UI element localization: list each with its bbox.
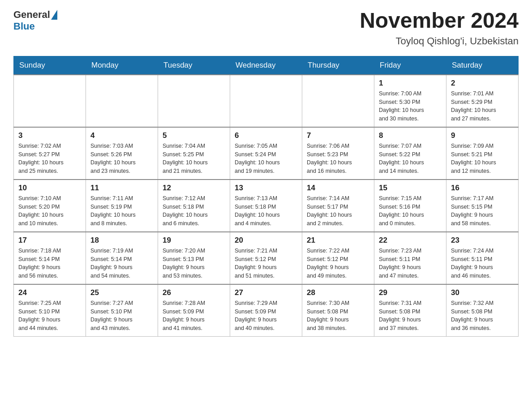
- day-sun-info: Sunrise: 7:29 AM Sunset: 5:09 PM Dayligh…: [235, 299, 297, 333]
- calendar-week-row: 17Sunrise: 7:18 AM Sunset: 5:14 PM Dayli…: [14, 232, 519, 284]
- calendar-day-cell: [14, 75, 86, 127]
- day-sun-info: Sunrise: 7:31 AM Sunset: 5:08 PM Dayligh…: [379, 299, 442, 333]
- calendar-day-cell: 16Sunrise: 7:17 AM Sunset: 5:15 PM Dayli…: [446, 180, 519, 232]
- day-of-week-header: Thursday: [302, 56, 374, 75]
- day-number: 19: [163, 236, 225, 245]
- day-sun-info: Sunrise: 7:11 AM Sunset: 5:19 PM Dayligh…: [90, 194, 153, 228]
- day-sun-info: Sunrise: 7:27 AM Sunset: 5:10 PM Dayligh…: [90, 299, 153, 333]
- calendar-day-cell: 6Sunrise: 7:05 AM Sunset: 5:24 PM Daylig…: [230, 127, 302, 180]
- day-sun-info: Sunrise: 7:30 AM Sunset: 5:08 PM Dayligh…: [307, 299, 369, 333]
- day-of-week-header: Tuesday: [158, 56, 230, 75]
- calendar-day-cell: 27Sunrise: 7:29 AM Sunset: 5:09 PM Dayli…: [230, 284, 302, 337]
- day-sun-info: Sunrise: 7:32 AM Sunset: 5:08 PM Dayligh…: [451, 299, 514, 333]
- day-number: 17: [18, 236, 81, 245]
- day-number: 7: [307, 131, 369, 140]
- calendar-day-cell: 13Sunrise: 7:13 AM Sunset: 5:18 PM Dayli…: [230, 180, 302, 232]
- calendar-day-cell: 28Sunrise: 7:30 AM Sunset: 5:08 PM Dayli…: [302, 284, 374, 337]
- day-sun-info: Sunrise: 7:19 AM Sunset: 5:14 PM Dayligh…: [90, 247, 153, 280]
- calendar-day-cell: 29Sunrise: 7:31 AM Sunset: 5:08 PM Dayli…: [374, 284, 446, 337]
- calendar-day-cell: 21Sunrise: 7:22 AM Sunset: 5:12 PM Dayli…: [302, 232, 374, 284]
- calendar-day-cell: 23Sunrise: 7:24 AM Sunset: 5:11 PM Dayli…: [446, 232, 519, 284]
- day-number: 29: [379, 288, 442, 297]
- day-number: 11: [90, 184, 153, 193]
- month-year-title: November 2024: [360, 9, 519, 33]
- calendar-day-cell: 22Sunrise: 7:23 AM Sunset: 5:11 PM Dayli…: [374, 232, 446, 284]
- day-sun-info: Sunrise: 7:05 AM Sunset: 5:24 PM Dayligh…: [235, 142, 297, 176]
- day-number: 27: [235, 288, 297, 297]
- day-number: 25: [90, 288, 153, 297]
- calendar-day-cell: 9Sunrise: 7:09 AM Sunset: 5:21 PM Daylig…: [446, 127, 519, 180]
- day-of-week-header: Wednesday: [230, 56, 302, 75]
- calendar-day-cell: 5Sunrise: 7:04 AM Sunset: 5:25 PM Daylig…: [158, 127, 230, 180]
- day-number: 13: [235, 184, 297, 193]
- day-sun-info: Sunrise: 7:09 AM Sunset: 5:21 PM Dayligh…: [451, 142, 514, 176]
- day-of-week-header: Saturday: [446, 56, 519, 75]
- day-number: 26: [163, 288, 225, 297]
- calendar-day-cell: [230, 75, 302, 127]
- day-number: 18: [90, 236, 153, 245]
- day-sun-info: Sunrise: 7:14 AM Sunset: 5:17 PM Dayligh…: [307, 194, 369, 228]
- day-number: 1: [379, 79, 442, 88]
- day-number: 6: [235, 131, 297, 140]
- day-sun-info: Sunrise: 7:01 AM Sunset: 5:29 PM Dayligh…: [451, 90, 514, 123]
- day-number: 4: [90, 131, 153, 140]
- day-sun-info: Sunrise: 7:28 AM Sunset: 5:09 PM Dayligh…: [163, 299, 225, 333]
- day-sun-info: Sunrise: 7:02 AM Sunset: 5:27 PM Dayligh…: [18, 142, 81, 176]
- calendar-day-cell: [86, 75, 158, 127]
- calendar-day-cell: 1Sunrise: 7:00 AM Sunset: 5:30 PM Daylig…: [374, 75, 446, 127]
- day-of-week-header: Friday: [374, 56, 446, 75]
- day-sun-info: Sunrise: 7:20 AM Sunset: 5:13 PM Dayligh…: [163, 247, 225, 280]
- day-sun-info: Sunrise: 7:10 AM Sunset: 5:20 PM Dayligh…: [18, 194, 81, 228]
- page-header: General Blue November 2024 Toyloq Qishlo…: [13, 9, 519, 47]
- calendar-day-cell: 26Sunrise: 7:28 AM Sunset: 5:09 PM Dayli…: [158, 284, 230, 337]
- calendar-day-cell: 2Sunrise: 7:01 AM Sunset: 5:29 PM Daylig…: [446, 75, 519, 127]
- calendar-day-cell: 14Sunrise: 7:14 AM Sunset: 5:17 PM Dayli…: [302, 180, 374, 232]
- day-number: 14: [307, 184, 369, 193]
- day-sun-info: Sunrise: 7:21 AM Sunset: 5:12 PM Dayligh…: [235, 247, 297, 280]
- day-sun-info: Sunrise: 7:18 AM Sunset: 5:14 PM Dayligh…: [18, 247, 81, 280]
- calendar-week-row: 24Sunrise: 7:25 AM Sunset: 5:10 PM Dayli…: [14, 284, 519, 337]
- day-number: 30: [451, 288, 514, 297]
- calendar-day-cell: [158, 75, 230, 127]
- day-sun-info: Sunrise: 7:04 AM Sunset: 5:25 PM Dayligh…: [163, 142, 225, 176]
- calendar-week-row: 10Sunrise: 7:10 AM Sunset: 5:20 PM Dayli…: [14, 180, 519, 232]
- calendar-day-cell: 20Sunrise: 7:21 AM Sunset: 5:12 PM Dayli…: [230, 232, 302, 284]
- logo-general-text: General: [13, 9, 50, 21]
- day-of-week-header: Sunday: [14, 56, 86, 75]
- day-number: 3: [18, 131, 81, 140]
- day-sun-info: Sunrise: 7:23 AM Sunset: 5:11 PM Dayligh…: [379, 247, 442, 280]
- logo-triangle-icon: [51, 10, 57, 20]
- day-number: 22: [379, 236, 442, 245]
- day-sun-info: Sunrise: 7:00 AM Sunset: 5:30 PM Dayligh…: [379, 90, 442, 123]
- calendar-table: SundayMondayTuesdayWednesdayThursdayFrid…: [13, 56, 519, 337]
- day-number: 28: [307, 288, 369, 297]
- day-number: 10: [18, 184, 81, 193]
- calendar-week-row: 1Sunrise: 7:00 AM Sunset: 5:30 PM Daylig…: [14, 75, 519, 127]
- calendar-day-cell: 25Sunrise: 7:27 AM Sunset: 5:10 PM Dayli…: [86, 284, 158, 337]
- day-of-week-header: Monday: [86, 56, 158, 75]
- calendar-day-cell: 12Sunrise: 7:12 AM Sunset: 5:18 PM Dayli…: [158, 180, 230, 232]
- calendar-day-cell: 15Sunrise: 7:15 AM Sunset: 5:16 PM Dayli…: [374, 180, 446, 232]
- calendar-day-cell: 3Sunrise: 7:02 AM Sunset: 5:27 PM Daylig…: [14, 127, 86, 180]
- day-sun-info: Sunrise: 7:22 AM Sunset: 5:12 PM Dayligh…: [307, 247, 369, 280]
- calendar-day-cell: 8Sunrise: 7:07 AM Sunset: 5:22 PM Daylig…: [374, 127, 446, 180]
- day-number: 24: [18, 288, 81, 297]
- location-subtitle: Toyloq Qishlog'i, Uzbekistan: [360, 35, 519, 47]
- day-number: 8: [379, 131, 442, 140]
- calendar-day-cell: 19Sunrise: 7:20 AM Sunset: 5:13 PM Dayli…: [158, 232, 230, 284]
- title-section: November 2024 Toyloq Qishlog'i, Uzbekist…: [360, 9, 519, 47]
- logo: General Blue: [13, 9, 57, 32]
- day-number: 23: [451, 236, 514, 245]
- calendar-day-cell: 24Sunrise: 7:25 AM Sunset: 5:10 PM Dayli…: [14, 284, 86, 337]
- day-number: 20: [235, 236, 297, 245]
- calendar-header-row: SundayMondayTuesdayWednesdayThursdayFrid…: [14, 56, 519, 75]
- logo-blue-text: Blue: [13, 21, 35, 32]
- day-number: 9: [451, 131, 514, 140]
- calendar-day-cell: 7Sunrise: 7:06 AM Sunset: 5:23 PM Daylig…: [302, 127, 374, 180]
- calendar-week-row: 3Sunrise: 7:02 AM Sunset: 5:27 PM Daylig…: [14, 127, 519, 180]
- day-number: 2: [451, 79, 514, 88]
- day-number: 21: [307, 236, 369, 245]
- day-number: 15: [379, 184, 442, 193]
- day-sun-info: Sunrise: 7:03 AM Sunset: 5:26 PM Dayligh…: [90, 142, 153, 176]
- day-sun-info: Sunrise: 7:07 AM Sunset: 5:22 PM Dayligh…: [379, 142, 442, 176]
